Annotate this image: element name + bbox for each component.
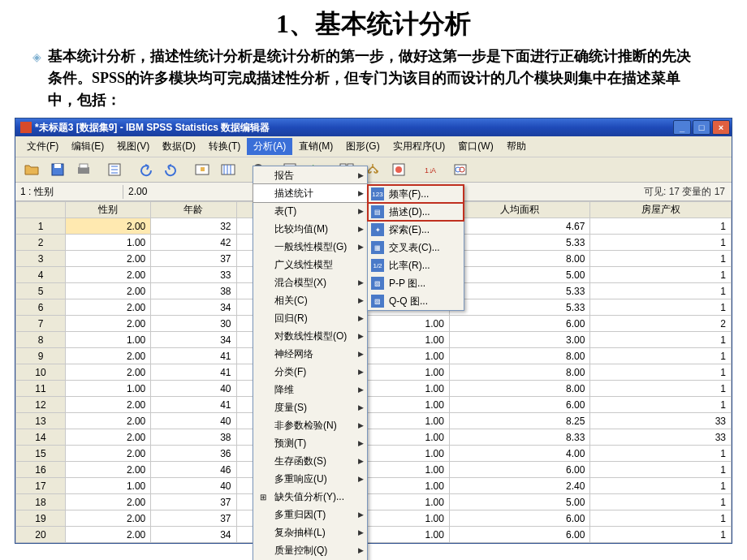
cell[interactable]: 8.00 — [449, 348, 590, 364]
cell[interactable]: 8.25 — [449, 413, 590, 429]
cell[interactable]: 1 — [590, 218, 732, 235]
analysis-item[interactable]: 降维▶ — [253, 381, 367, 398]
cell[interactable]: 1 — [590, 348, 732, 364]
cell[interactable]: 1.00 — [365, 332, 449, 348]
cell[interactable]: 2.00 — [66, 527, 151, 543]
menu-2[interactable]: 视图(V) — [110, 138, 156, 155]
cell[interactable]: 1 — [590, 381, 732, 397]
cell[interactable]: 32 — [151, 218, 236, 235]
cell[interactable]: 6.00 — [449, 527, 590, 543]
row-header[interactable]: 14 — [16, 429, 66, 446]
desc-item[interactable]: 1/2比率(R)... — [368, 256, 464, 274]
goto-icon[interactable] — [190, 159, 214, 180]
cell[interactable]: 41 — [151, 397, 236, 413]
analysis-item[interactable]: 复杂抽样(L)▶ — [253, 523, 367, 541]
cell[interactable]: 1.00 — [365, 381, 449, 397]
select-icon[interactable] — [386, 159, 411, 180]
analysis-item[interactable]: 一般线性模型(G)▶ — [253, 238, 367, 256]
analysis-item[interactable]: 多重响应(U)▶ — [253, 470, 367, 488]
cell[interactable]: 1 — [590, 478, 732, 494]
cell[interactable]: 1 — [590, 510, 732, 527]
cell[interactable]: 1 — [590, 251, 732, 267]
cell[interactable]: 8.00 — [449, 381, 590, 397]
cell[interactable]: 3.00 — [449, 332, 590, 348]
cell[interactable]: 6.00 — [449, 462, 590, 478]
save-icon[interactable] — [45, 159, 70, 180]
cell[interactable]: 5.33 — [449, 299, 590, 316]
row-header[interactable]: 18 — [16, 494, 66, 510]
cell[interactable]: 2.00 — [66, 510, 151, 527]
cell[interactable]: 1 — [590, 364, 732, 381]
cell[interactable]: 38 — [151, 429, 236, 446]
cell[interactable]: 5.33 — [449, 235, 590, 251]
analysis-item[interactable]: ⊞缺失值分析(Y)... — [253, 488, 367, 506]
cell[interactable]: 2.00 — [66, 446, 151, 462]
cell[interactable]: 1.00 — [365, 510, 449, 527]
value-labels-icon[interactable]: 1↓A — [417, 159, 442, 180]
row-header[interactable]: 15 — [16, 446, 66, 462]
cell[interactable]: 2 — [590, 316, 732, 332]
cell[interactable]: 2.00 — [66, 283, 151, 299]
cell[interactable]: 1.00 — [66, 381, 151, 397]
cell[interactable]: 42 — [151, 235, 236, 251]
analysis-item[interactable]: 分类(F)▶ — [253, 363, 367, 381]
cell[interactable]: 2.00 — [66, 462, 151, 478]
col-header[interactable]: 人均面积 — [449, 202, 590, 218]
cell[interactable]: 1.00 — [365, 348, 449, 364]
undo-icon[interactable] — [133, 159, 158, 180]
cell[interactable]: 1 — [590, 527, 732, 543]
analysis-item[interactable]: 生存函数(S)▶ — [253, 452, 367, 470]
row-header[interactable]: 4 — [16, 267, 66, 283]
cell[interactable]: 38 — [151, 283, 236, 299]
desc-item[interactable]: ▦交叉表(C)... — [368, 239, 464, 256]
analysis-item[interactable]: 多重归因(T)▶ — [253, 506, 367, 523]
cell[interactable]: 6.00 — [449, 397, 590, 413]
cell[interactable]: 41 — [151, 364, 236, 381]
cell[interactable]: 46 — [151, 462, 236, 478]
desc-item[interactable]: ▨Q-Q 图... — [368, 292, 464, 310]
col-header[interactable]: 年龄 — [151, 202, 236, 218]
cell[interactable]: 34 — [151, 527, 236, 543]
menu-8[interactable]: 实用程序(U) — [386, 138, 452, 155]
cell[interactable]: 4.00 — [449, 446, 590, 462]
cell[interactable]: 1.00 — [66, 332, 151, 348]
cell[interactable]: 1.00 — [365, 316, 449, 332]
menu-5[interactable]: 分析(A) — [247, 138, 292, 155]
cell[interactable]: 1.00 — [365, 462, 449, 478]
row-header[interactable]: 8 — [16, 332, 66, 348]
cell[interactable]: 1.00 — [365, 413, 449, 429]
analysis-item[interactable]: 预测(T)▶ — [253, 434, 367, 452]
cell[interactable]: 2.00 — [66, 494, 151, 510]
cell[interactable]: 1 — [590, 299, 732, 316]
row-header[interactable]: 6 — [16, 299, 66, 316]
row-header[interactable]: 1 — [16, 218, 66, 235]
analysis-item[interactable]: 广义线性模型 — [253, 256, 367, 274]
cell[interactable]: 36 — [151, 446, 236, 462]
goto-var-icon[interactable] — [216, 159, 240, 180]
cell[interactable]: 6.00 — [449, 510, 590, 527]
cell[interactable]: 2.00 — [66, 413, 151, 429]
row-header[interactable]: 5 — [16, 283, 66, 299]
open-icon[interactable] — [19, 159, 44, 180]
cell[interactable]: 33 — [151, 267, 236, 283]
analysis-item[interactable]: 描述统计▶ — [253, 183, 368, 203]
cell[interactable]: 34 — [151, 299, 236, 316]
cell[interactable]: 37 — [151, 251, 236, 267]
row-header[interactable]: 17 — [16, 478, 66, 494]
row-header[interactable]: 19 — [16, 510, 66, 527]
minimize-button[interactable]: _ — [673, 120, 691, 135]
menu-4[interactable]: 转换(T) — [202, 138, 247, 155]
cell[interactable]: 1.00 — [365, 527, 449, 543]
row-header[interactable]: 3 — [16, 251, 66, 267]
analysis-item[interactable]: 对数线性模型(O)▶ — [253, 327, 367, 345]
cell[interactable]: 2.00 — [66, 316, 151, 332]
analysis-item[interactable]: 回归(R)▶ — [253, 309, 367, 327]
analysis-item[interactable]: 相关(C)▶ — [253, 291, 367, 309]
cell[interactable]: 8.33 — [449, 429, 590, 446]
cell[interactable]: 4.67 — [449, 218, 590, 235]
cell[interactable]: 1.00 — [66, 235, 151, 251]
cell[interactable]: 6.00 — [449, 316, 590, 332]
recall-icon[interactable] — [102, 159, 127, 180]
analysis-item[interactable]: 报告▶ — [253, 166, 367, 184]
cell[interactable]: 1 — [590, 494, 732, 510]
